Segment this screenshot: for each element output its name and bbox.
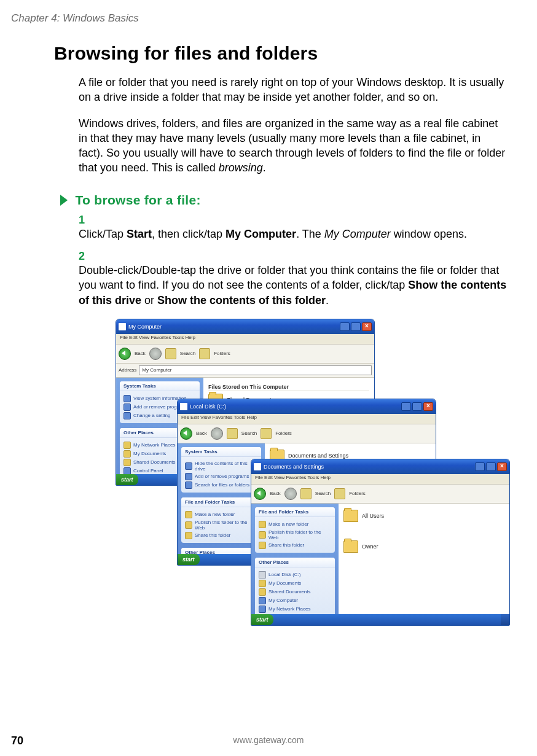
task-link[interactable]: Shared Documents xyxy=(259,588,331,596)
step-1: 1 Click/Tap Start, then click/tap My Com… xyxy=(79,214,512,241)
task-link[interactable]: Make a new folder xyxy=(259,521,331,528)
minimize-button[interactable] xyxy=(340,322,350,331)
paragraph-2-ital: browsing xyxy=(219,162,263,174)
paragraph-2: Windows drives, folders, and files are o… xyxy=(79,116,506,176)
titlebar[interactable]: My Computer × xyxy=(116,319,374,334)
screenshot-stack: My Computer × File Edit View Favorites T… xyxy=(116,319,460,626)
close-button[interactable]: × xyxy=(423,402,433,411)
taskbar: start xyxy=(251,614,509,625)
icon xyxy=(259,531,266,539)
toolbar: Back Search Folders xyxy=(116,345,374,364)
steps-list: 1 Click/Tap Start, then click/tap My Com… xyxy=(79,214,512,308)
icon xyxy=(123,403,131,411)
folder-item[interactable]: Owner xyxy=(343,540,436,553)
system-tray[interactable] xyxy=(501,614,509,625)
task-link[interactable]: Add or remove programs xyxy=(185,473,257,480)
toolbar: Back Search Folders xyxy=(178,424,436,443)
icon xyxy=(185,473,192,480)
start-button[interactable]: start xyxy=(251,614,273,625)
task-link[interactable]: Search for files or folders xyxy=(185,481,257,489)
back-button-label[interactable]: Back xyxy=(270,491,281,496)
search-button[interactable]: Search xyxy=(180,351,195,356)
panel-head[interactable]: File and Folder Tasks xyxy=(181,497,261,507)
start-button[interactable]: start xyxy=(178,554,200,565)
folder-icon xyxy=(123,442,131,449)
folder-icon xyxy=(259,588,266,596)
menu-bar[interactable]: File Edit View Favorites Tools Help xyxy=(251,474,509,485)
up-folder-icon[interactable] xyxy=(165,348,176,359)
task-link[interactable]: Share this folder xyxy=(185,532,257,539)
step-number-1: 1 xyxy=(79,214,92,227)
task-link[interactable]: My Documents xyxy=(259,580,331,587)
panel-head[interactable]: Other Places xyxy=(255,558,335,567)
forward-button-icon[interactable] xyxy=(284,488,297,500)
paragraph-2-b: . xyxy=(263,162,266,174)
task-link[interactable]: Hide the contents of this drive xyxy=(185,461,257,472)
back-button-icon[interactable] xyxy=(180,427,192,440)
footer-url: www.gateway.com xyxy=(0,735,537,745)
main-view: All Users Owner xyxy=(339,504,509,620)
back-button-label[interactable]: Back xyxy=(135,351,146,356)
address-bar: Address My Computer xyxy=(116,364,374,378)
up-folder-icon[interactable] xyxy=(227,428,238,439)
up-folder-icon[interactable] xyxy=(300,488,312,499)
folder-icon xyxy=(185,511,192,518)
folders-button[interactable]: Folders xyxy=(349,491,366,496)
icon xyxy=(259,521,266,528)
address-input[interactable]: My Computer xyxy=(139,365,372,375)
start-button[interactable]: start xyxy=(116,474,138,485)
file-folder-tasks-panel: File and Folder Tasks Make a new folder … xyxy=(181,497,261,543)
folders-icon[interactable] xyxy=(261,428,272,439)
task-link[interactable]: Share this folder xyxy=(259,542,331,549)
task-link[interactable]: Publish this folder to the Web xyxy=(259,529,331,540)
body-column: A file or folder that you need is rarely… xyxy=(79,75,506,176)
back-button-icon[interactable] xyxy=(254,488,266,500)
task-link[interactable]: Local Disk (C:) xyxy=(259,571,331,579)
folders-button[interactable]: Folders xyxy=(214,351,230,356)
folders-icon[interactable] xyxy=(199,348,210,359)
info-icon xyxy=(123,395,131,402)
back-button-label[interactable]: Back xyxy=(196,431,207,436)
address-label: Address xyxy=(119,367,136,373)
folders-icon[interactable] xyxy=(334,488,345,499)
icon xyxy=(185,532,192,539)
folder-item[interactable]: All Users xyxy=(343,510,436,522)
close-button[interactable]: × xyxy=(362,322,372,331)
forward-button-icon[interactable] xyxy=(149,348,162,360)
task-link[interactable]: My Computer xyxy=(259,597,331,604)
icon xyxy=(123,412,131,419)
maximize-button[interactable] xyxy=(486,462,496,471)
folder-icon xyxy=(123,450,131,458)
icon xyxy=(259,606,266,613)
system-tasks-panel: System Tasks Hide the contents of this d… xyxy=(181,447,261,493)
window-title: Local Disk (C:) xyxy=(190,403,226,410)
titlebar[interactable]: Local Disk (C:) × xyxy=(178,399,436,414)
window-title: My Computer xyxy=(128,324,162,330)
folder-icon xyxy=(259,580,266,587)
panel-head[interactable]: File and Folder Tasks xyxy=(255,507,335,517)
task-link[interactable]: Publish this folder to the Web xyxy=(185,520,257,531)
menu-bar[interactable]: File Edit View Favorites Tools Help xyxy=(116,334,374,345)
search-button[interactable]: Search xyxy=(315,491,331,496)
task-link[interactable]: My Network Places xyxy=(259,606,331,613)
search-button[interactable]: Search xyxy=(241,431,257,436)
folder-icon xyxy=(123,459,131,466)
close-button[interactable]: × xyxy=(497,462,507,471)
chapter-heading: Chapter 4: Windows Basics xyxy=(11,12,512,25)
folder-icon xyxy=(254,463,261,470)
back-button-icon[interactable] xyxy=(119,348,131,360)
panel-head[interactable]: System Tasks xyxy=(181,447,261,457)
maximize-button[interactable] xyxy=(412,402,422,411)
folders-button[interactable]: Folders xyxy=(275,431,292,436)
maximize-button[interactable] xyxy=(351,322,361,331)
panel-head[interactable]: System Tasks xyxy=(120,381,200,391)
forward-button-icon[interactable] xyxy=(211,427,223,440)
task-link[interactable]: Make a new folder xyxy=(185,511,257,518)
menu-bar[interactable]: File Edit View Favorites Tools Help xyxy=(178,414,436,424)
minimize-button[interactable] xyxy=(401,402,411,411)
minimize-button[interactable] xyxy=(475,462,485,471)
icon xyxy=(185,521,192,529)
folder-icon xyxy=(343,540,358,553)
step-number-2: 2 xyxy=(79,250,92,263)
titlebar[interactable]: Documents and Settings × xyxy=(251,459,509,474)
